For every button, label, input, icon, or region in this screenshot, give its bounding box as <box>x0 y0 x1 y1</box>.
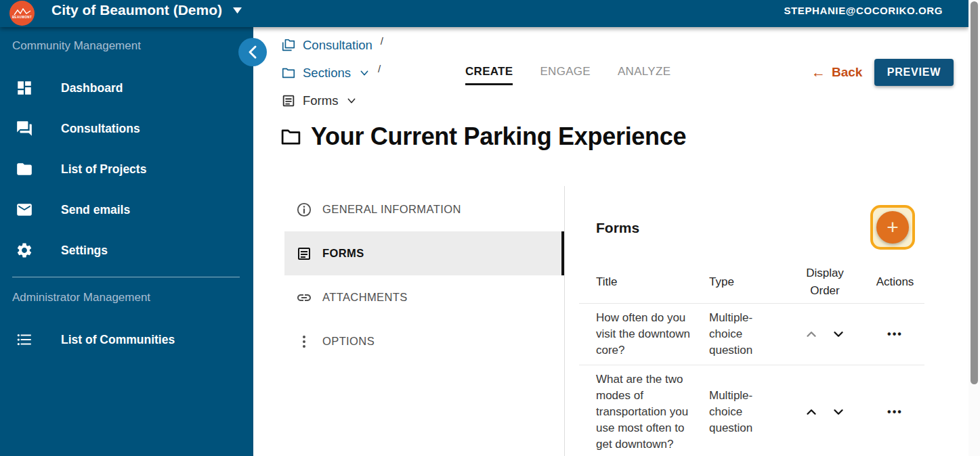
row-actions: ••• <box>856 326 924 342</box>
breadcrumb-label: Forms <box>303 93 338 108</box>
sidebar-item-list-of-projects[interactable]: List of Projects <box>0 153 253 185</box>
mail-icon <box>16 201 33 219</box>
form-type: Multiple-choice question <box>709 310 794 359</box>
chevron-down-icon <box>359 68 370 78</box>
breadcrumb-forms[interactable]: Forms <box>281 92 383 110</box>
sidebar: Community Management Dashboard Consultat… <box>0 27 253 456</box>
display-order-controls <box>794 405 856 419</box>
topbar: BEAUMONT City of Beaumont (Demo) STEPHAN… <box>0 0 968 27</box>
sidebar-item-settings[interactable]: Settings <box>0 234 253 267</box>
move-down-button[interactable] <box>831 405 846 419</box>
display-order-controls <box>794 327 856 342</box>
subnav-label: GENERAL INFORMATION <box>322 203 461 216</box>
add-form-button[interactable]: + <box>870 205 915 250</box>
folders-icon <box>281 38 296 53</box>
form-type: Multiple-choice question <box>709 388 794 436</box>
forms-panel-title: Forms <box>596 220 639 236</box>
folder-icon <box>16 160 33 178</box>
sidebar-item-send-emails[interactable]: Send emails <box>0 193 253 226</box>
column-header-title: Title <box>596 275 709 289</box>
info-icon <box>296 202 312 218</box>
tab-engage[interactable]: ENGAGE <box>540 65 591 85</box>
column-header-display-order: Display Order <box>794 265 856 300</box>
sidebar-item-label: Settings <box>61 244 108 258</box>
page-title-text: Your Current Parking Experience <box>311 122 686 151</box>
breadcrumb-label: Consultation <box>303 38 372 53</box>
caret-down-icon <box>233 7 242 14</box>
main-content: Consultation / Sections / Forms <box>253 27 968 456</box>
beaumont-logo[interactable]: BEAUMONT <box>9 1 35 26</box>
back-label: Back <box>832 65 862 80</box>
chevron-down-icon <box>346 95 357 106</box>
org-switcher[interactable]: City of Beaumont (Demo) <box>51 2 242 18</box>
subnav-label: ATTACHMENTS <box>322 291 408 304</box>
sidebar-item-dashboard[interactable]: Dashboard <box>0 72 253 104</box>
subnav-item-attachments[interactable]: ATTACHMENTS <box>284 275 563 319</box>
mountain-icon <box>14 8 31 16</box>
sidebar-section-admin: Administrator Management <box>12 291 150 304</box>
breadcrumb-separator: / <box>381 35 383 47</box>
forms-table-header: Title Type Display Order Actions <box>579 260 924 304</box>
subnav-label: FORMS <box>322 247 364 260</box>
forms-table: Title Type Display Order Actions How oft… <box>579 260 924 456</box>
kebab-menu-icon <box>296 334 312 350</box>
subnav-item-options[interactable]: OPTIONS <box>284 319 563 363</box>
back-arrow-icon: ← <box>811 64 826 81</box>
breadcrumb-label: Sections <box>303 66 351 81</box>
folder-icon <box>280 126 302 148</box>
breadcrumb: Consultation / Sections / Forms <box>281 37 383 120</box>
logo-text: BEAUMONT <box>12 16 32 19</box>
breadcrumb-separator: / <box>378 63 381 74</box>
column-header-type: Type <box>709 275 794 289</box>
sidebar-item-label: Dashboard <box>61 81 123 95</box>
section-subnav: GENERAL INFORMATION FORMS ATTACHMENTS OP… <box>284 187 563 363</box>
sidebar-collapse-button[interactable] <box>238 38 267 66</box>
folder-icon <box>281 66 296 81</box>
form-icon <box>296 246 312 262</box>
dashboard-icon <box>16 79 33 97</box>
user-email[interactable]: STEPHANIE@COCORIKO.ORG <box>784 5 943 16</box>
breadcrumb-sections[interactable]: Sections / <box>281 64 383 82</box>
vertical-scrollbar[interactable] <box>968 0 980 456</box>
form-icon <box>281 93 296 108</box>
sidebar-item-label: List of Projects <box>61 162 146 177</box>
org-name: City of Beaumont (Demo) <box>51 2 222 18</box>
sidebar-item-label: List of Communities <box>61 333 175 347</box>
sidebar-divider <box>12 277 240 277</box>
preview-button[interactable]: PREVIEW <box>874 59 954 86</box>
gear-icon <box>16 242 33 259</box>
sidebar-item-label: Send emails <box>61 203 130 217</box>
chevron-left-icon <box>238 38 267 66</box>
breadcrumb-consultation[interactable]: Consultation / <box>281 37 383 54</box>
subnav-item-general-information[interactable]: GENERAL INFORMATION <box>284 187 563 231</box>
sidebar-item-label: Consultations <box>61 122 140 136</box>
move-up-button[interactable] <box>804 405 819 419</box>
app-window: BEAUMONT City of Beaumont (Demo) STEPHAN… <box>0 0 980 456</box>
list-icon <box>16 331 33 348</box>
form-title[interactable]: How often do you visit the downtown core… <box>596 310 709 359</box>
table-row: How often do you visit the downtown core… <box>579 304 924 365</box>
tab-analyze[interactable]: ANALYZE <box>618 65 670 85</box>
subnav-label: OPTIONS <box>322 335 375 348</box>
sidebar-item-list-of-communities[interactable]: List of Communities <box>0 323 253 356</box>
subnav-item-forms[interactable]: FORMS <box>284 231 563 275</box>
tab-bar: CREATE ENGAGE ANALYZE <box>465 65 670 85</box>
plus-icon: + <box>876 211 909 244</box>
form-title[interactable]: What are the two modes of transportation… <box>596 371 709 453</box>
back-link[interactable]: ← Back <box>811 64 862 81</box>
link-icon <box>296 290 312 306</box>
scrollbar-thumb[interactable] <box>971 1 978 384</box>
more-actions-button[interactable]: ••• <box>887 328 903 340</box>
page-title: Your Current Parking Experience <box>280 122 686 151</box>
sidebar-section-community: Community Management <box>12 39 141 53</box>
column-header-actions: Actions <box>856 275 924 289</box>
table-row: What are the two modes of transportation… <box>579 365 924 456</box>
move-down-button[interactable] <box>831 327 846 342</box>
row-actions: ••• <box>856 404 924 420</box>
tab-create[interactable]: CREATE <box>465 65 513 85</box>
move-up-button[interactable] <box>804 327 819 342</box>
subnav-divider <box>564 186 565 456</box>
consultations-icon <box>16 120 33 137</box>
more-actions-button[interactable]: ••• <box>887 406 903 417</box>
sidebar-item-consultations[interactable]: Consultations <box>0 112 253 145</box>
